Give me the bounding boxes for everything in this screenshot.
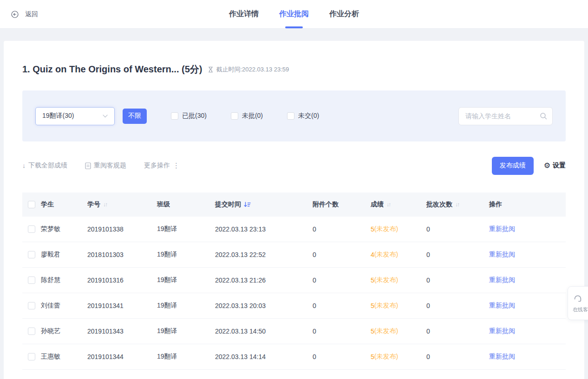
row-checkbox[interactable] — [28, 353, 35, 360]
submit-time: 2022.03.13 21:26 — [215, 276, 313, 284]
student-name: 荣梦敏 — [41, 225, 87, 233]
student-id: 2019101344 — [87, 353, 157, 360]
score-status: (未发布) — [374, 225, 398, 233]
back-button[interactable]: 返回 — [11, 10, 38, 19]
sort-icon-student-id[interactable]: ↓↑ — [103, 201, 107, 208]
row-checkbox[interactable] — [28, 276, 35, 284]
student-id: 2019101316 — [87, 276, 157, 284]
download-all-grades-link[interactable]: ↓ 下载全部成绩 — [22, 161, 67, 170]
row-checkbox[interactable] — [28, 225, 35, 233]
table-row: 荣梦敏 2019101338 19翻译 2022.03.13 23:13 0 5… — [22, 217, 566, 242]
tab-assignment-review[interactable]: 作业批阅 — [279, 0, 309, 28]
student-name: 孙晓艺 — [41, 327, 87, 335]
select-all-checkbox[interactable] — [28, 201, 35, 208]
row-checkbox[interactable] — [28, 328, 35, 335]
score-value: 5 — [371, 353, 374, 360]
submit-time: 2022.03.13 22:52 — [215, 251, 313, 258]
deadline-text: 截止时间:2022.03.13 23:59 — [216, 65, 289, 74]
col-class: 班级 — [157, 200, 215, 209]
tab-assignment-details[interactable]: 作业详情 — [229, 0, 259, 28]
class-select[interactable]: 19翻译(30) — [35, 107, 115, 125]
student-id: 2019101341 — [87, 302, 157, 309]
student-id: 2019101343 — [87, 328, 157, 335]
student-name: 陈舒慧 — [41, 276, 87, 284]
col-review-count: 批改次数 ↓↑ — [426, 200, 489, 209]
student-class: 19翻译 — [157, 327, 215, 335]
gear-icon: ⚙ — [544, 162, 550, 169]
more-actions-link[interactable]: 更多操作 ⋮ — [144, 161, 180, 170]
re-review-link[interactable]: 重新批阅 — [489, 327, 515, 335]
checkbox-unreviewed[interactable] — [231, 112, 238, 120]
student-name: 王惠敏 — [41, 353, 87, 361]
col-score: 成绩 ↓↑ — [371, 200, 426, 209]
student-class: 19翻译 — [157, 276, 215, 284]
submit-time: 2022.03.13 14:14 — [215, 353, 313, 360]
score-cell: 4 (未发布) — [371, 251, 426, 259]
sort-icon-review-count[interactable]: ↓↑ — [455, 201, 459, 208]
checkbox-reviewed-label: 已批(30) — [182, 112, 207, 120]
col-student: 学生 — [41, 200, 87, 209]
col-student-id-label: 学号 — [87, 200, 100, 209]
row-checkbox[interactable] — [28, 251, 35, 258]
table-body: 荣梦敏 2019101338 19翻译 2022.03.13 23:13 0 5… — [22, 217, 566, 370]
more-actions-label: 更多操作 — [144, 161, 170, 170]
col-review-count-label: 批改次数 — [426, 200, 452, 209]
col-actions: 操作 — [489, 200, 566, 209]
sort-descending-active-icon[interactable] — [244, 202, 251, 207]
review-objective-label: 重阅客观题 — [94, 161, 126, 170]
score-cell: 5 (未发布) — [371, 302, 426, 310]
score-status: (未发布) — [374, 353, 398, 361]
student-class: 19翻译 — [157, 353, 215, 361]
score-cell: 5 (未发布) — [371, 225, 426, 233]
re-review-link[interactable]: 重新批阅 — [489, 302, 515, 310]
student-id: 2019101338 — [87, 225, 157, 233]
re-review-link[interactable]: 重新批阅 — [489, 276, 515, 284]
attachment-count: 0 — [313, 251, 371, 258]
student-class: 19翻译 — [157, 302, 215, 310]
row-checkbox[interactable] — [28, 302, 35, 309]
filter-checkbox-reviewed[interactable]: 已批(30) — [171, 112, 207, 120]
student-search-input[interactable] — [458, 107, 553, 125]
tab-assignment-analysis[interactable]: 作业分析 — [329, 0, 359, 28]
filter-bar: 19翻译(30) 不限 已批(30) 未批(0) 未交(0) — [22, 90, 566, 141]
re-review-link[interactable]: 重新批阅 — [489, 251, 515, 259]
download-all-label: 下载全部成绩 — [28, 161, 67, 170]
score-cell: 5 (未发布) — [371, 327, 426, 335]
re-review-link[interactable]: 重新批阅 — [489, 225, 515, 233]
re-review-link[interactable]: 重新批阅 — [489, 353, 515, 361]
student-class: 19翻译 — [157, 251, 215, 259]
tab-bar: 作业详情 作业批阅 作业分析 — [229, 0, 359, 28]
student-name: 刘佳蕾 — [41, 302, 87, 310]
checkbox-unsubmitted-label: 未交(0) — [298, 112, 319, 120]
top-bar: 返回 作业详情 作业批阅 作业分析 — [0, 0, 588, 29]
col-attachments: 附件个数 — [313, 200, 371, 209]
sort-icon-score[interactable]: ↓↑ — [386, 201, 390, 208]
checkbox-unsubmitted[interactable] — [287, 112, 294, 120]
hourglass-icon — [208, 66, 214, 73]
checkbox-unreviewed-label: 未批(0) — [242, 112, 263, 120]
submit-time: 2022.03.13 23:13 — [215, 225, 313, 233]
review-count: 0 — [426, 251, 489, 258]
table-row: 刘佳蕾 2019101341 19翻译 2022.03.13 20:03 0 5… — [22, 293, 566, 319]
filter-unlimited-button[interactable]: 不限 — [123, 109, 147, 124]
score-value: 5 — [371, 276, 374, 284]
score-cell: 5 (未发布) — [371, 276, 426, 284]
document-icon — [85, 162, 91, 169]
search-icon[interactable] — [540, 112, 547, 120]
attachment-count: 0 — [313, 276, 371, 284]
filter-checkbox-unsubmitted[interactable]: 未交(0) — [287, 112, 319, 120]
publish-grades-button[interactable]: 发布成绩 — [492, 157, 534, 175]
online-customer-service-widget[interactable]: 在线客服 — [568, 286, 588, 320]
customer-service-label: 在线客服 — [573, 306, 588, 313]
assignment-title: 1. Quiz on The Origins of Western... (5分… — [22, 63, 202, 76]
main-content-card: 1. Quiz on The Origins of Western... (5分… — [4, 41, 584, 379]
checkbox-reviewed[interactable] — [171, 112, 178, 120]
filter-checkbox-unreviewed[interactable]: 未批(0) — [231, 112, 263, 120]
settings-label: 设置 — [553, 161, 566, 170]
review-objective-link[interactable]: 重阅客观题 — [85, 161, 126, 170]
settings-button[interactable]: ⚙ 设置 — [544, 161, 566, 170]
class-select-value: 19翻译(30) — [42, 112, 74, 120]
score-status: (未发布) — [374, 302, 398, 310]
score-status: (未发布) — [374, 251, 398, 259]
col-score-label: 成绩 — [371, 200, 384, 209]
